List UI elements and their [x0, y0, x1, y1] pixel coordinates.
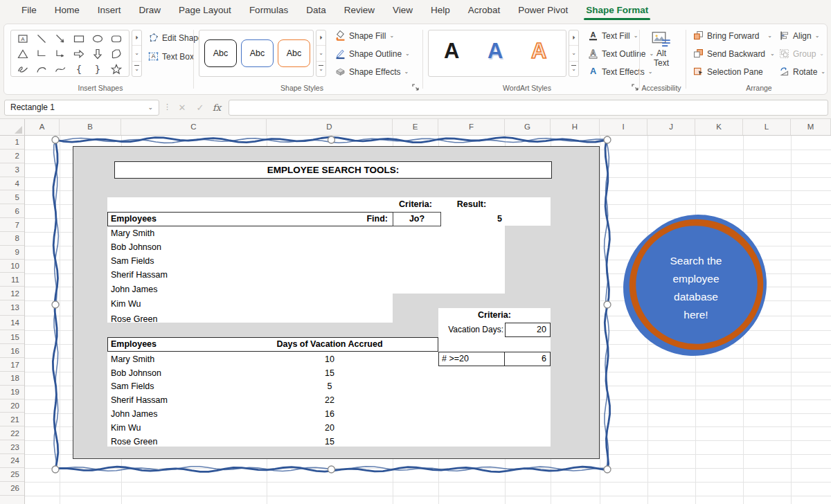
- row-header-16[interactable]: 16: [0, 344, 24, 358]
- row-header-6[interactable]: 6: [0, 204, 24, 218]
- column-header-G[interactable]: G: [505, 119, 551, 135]
- cell-grid[interactable]: EMPLOYEE SEARCH TOOLS: Criteria: Result:…: [25, 136, 831, 504]
- row-header-25[interactable]: 25: [0, 468, 24, 482]
- select-all-corner[interactable]: [0, 119, 25, 136]
- vacation-header-box[interactable]: Employees Days of Vacation Accrued: [107, 337, 438, 352]
- shape-style-gallery[interactable]: Abc Abc Abc: [199, 30, 314, 77]
- row-header-15[interactable]: 15: [0, 330, 24, 344]
- row-header-1[interactable]: 1: [0, 136, 24, 150]
- selection-handle[interactable]: [328, 466, 335, 473]
- shape-gallery-scrollbar[interactable]: ⏵ ⌄ ⌄: [132, 30, 142, 77]
- filter-criteria-cell[interactable]: # >=20: [438, 352, 506, 366]
- row-header-23[interactable]: 23: [0, 440, 24, 454]
- gallery-scroll-up-icon[interactable]: ⏵: [132, 30, 141, 46]
- selection-handle[interactable]: [52, 136, 59, 143]
- enter-icon[interactable]: ✓: [193, 100, 208, 116]
- row-header-17[interactable]: 17: [0, 358, 24, 372]
- row-header-10[interactable]: 10: [0, 260, 24, 273]
- row-header-22[interactable]: 22: [0, 426, 24, 440]
- gallery-scroll-up-icon[interactable]: ⏵: [569, 30, 578, 46]
- menu-tab-home[interactable]: Home: [46, 0, 89, 21]
- column-header-I[interactable]: I: [600, 119, 647, 135]
- shape-outline-button[interactable]: Shape Outline⌄: [334, 48, 410, 60]
- menu-tab-page-layout[interactable]: Page Layout: [170, 0, 240, 21]
- triangle-icon[interactable]: [15, 46, 30, 61]
- arrow-right-icon[interactable]: [71, 46, 86, 61]
- shape-gallery[interactable]: A{}: [10, 30, 129, 77]
- selection-pane-button[interactable]: Selection Pane: [692, 66, 763, 78]
- find-criteria-cell[interactable]: Jo?: [393, 212, 441, 226]
- row-header-26[interactable]: 26: [0, 482, 24, 496]
- rectangle-icon[interactable]: [71, 31, 86, 46]
- selection-handle[interactable]: [52, 301, 59, 308]
- selection-handle[interactable]: [52, 466, 59, 473]
- column-header-K[interactable]: K: [695, 119, 743, 135]
- wordart-scrollbar[interactable]: ⏵ ⌄ ⌄: [569, 30, 579, 77]
- group-button[interactable]: Group⌄: [778, 48, 824, 60]
- bring-forward-button[interactable]: Bring Forward⌄: [692, 30, 772, 42]
- rotate-button[interactable]: Rotate⌄: [778, 66, 825, 78]
- gallery-more-icon[interactable]: ⌄: [569, 62, 578, 76]
- line-icon[interactable]: [34, 31, 48, 46]
- column-header-J[interactable]: J: [647, 119, 695, 135]
- row-header-21[interactable]: 21: [0, 413, 24, 427]
- column-header-B[interactable]: B: [60, 119, 121, 135]
- alt-text-button[interactable]: Alt Text: [645, 30, 677, 76]
- gallery-scroll-down-icon[interactable]: ⌄: [316, 46, 325, 61]
- row-header-13[interactable]: 13: [0, 300, 24, 316]
- row-header-9[interactable]: 9: [0, 246, 24, 260]
- send-backward-button[interactable]: Send Backward⌄: [692, 48, 775, 60]
- column-header-A[interactable]: A: [25, 119, 60, 135]
- text-fill-button[interactable]: A Text Fill⌄: [587, 30, 638, 42]
- rounded-rectangle-icon[interactable]: [109, 31, 123, 46]
- row-header-12[interactable]: 12: [0, 287, 24, 300]
- menu-tab-formulas[interactable]: Formulas: [240, 0, 297, 21]
- menu-tab-power-pivot[interactable]: Power Pivot: [509, 0, 577, 21]
- row-header-20[interactable]: 20: [0, 399, 24, 413]
- column-header-M[interactable]: M: [791, 119, 831, 135]
- formula-bar-grip[interactable]: ⋮: [163, 102, 171, 111]
- shape-style-preview-orange[interactable]: Abc: [278, 39, 310, 67]
- curve-icon[interactable]: [53, 62, 67, 76]
- column-header-H[interactable]: H: [551, 119, 600, 135]
- shape-style-preview-black[interactable]: Abc: [204, 39, 237, 67]
- column-header-C[interactable]: C: [121, 119, 267, 135]
- selection-handle[interactable]: [328, 136, 335, 143]
- arrow-icon[interactable]: [53, 31, 67, 46]
- name-box-dropdown-icon[interactable]: ⌄: [148, 100, 153, 115]
- shape-styles-dialog-launcher-icon[interactable]: [411, 83, 420, 91]
- wordart-gallery[interactable]: A A A: [428, 30, 566, 77]
- column-header-E[interactable]: E: [393, 119, 438, 135]
- freeform-icon[interactable]: [109, 46, 123, 61]
- gallery-scroll-down-icon[interactable]: ⌄: [569, 46, 578, 61]
- menu-tab-view[interactable]: View: [384, 0, 422, 21]
- menu-tab-help[interactable]: Help: [422, 0, 459, 21]
- gallery-scroll-up-icon[interactable]: ⏵: [316, 30, 325, 46]
- elbow-connector-icon[interactable]: [34, 46, 48, 61]
- text-effects-button[interactable]: A Text Effects⌄: [587, 66, 653, 78]
- row-header-14[interactable]: 14: [0, 316, 24, 331]
- menu-tab-acrobat[interactable]: Acrobat: [459, 0, 510, 21]
- left-brace-icon[interactable]: {: [71, 62, 86, 76]
- text-box-icon[interactable]: A: [15, 31, 30, 46]
- star-icon[interactable]: [109, 62, 123, 76]
- elbow-arrow-connector-icon[interactable]: [53, 46, 67, 61]
- selection-handle[interactable]: [604, 301, 611, 308]
- row-header-5[interactable]: 5: [0, 190, 24, 204]
- shape-style-scrollbar[interactable]: ⏵ ⌄ ⌄: [316, 30, 326, 77]
- gallery-more-icon[interactable]: ⌄: [316, 62, 325, 76]
- row-header-11[interactable]: 11: [0, 273, 24, 287]
- find-row-box[interactable]: Employees Find:: [107, 212, 393, 226]
- filter-result-cell[interactable]: 6: [504, 352, 551, 366]
- gallery-more-icon[interactable]: ⌄: [132, 62, 141, 76]
- scribble-icon[interactable]: [15, 62, 30, 76]
- name-box[interactable]: Rectangle 1⌄: [4, 100, 159, 116]
- selection-handle[interactable]: [604, 136, 611, 143]
- row-header-2[interactable]: 2: [0, 150, 24, 163]
- arrow-down-icon[interactable]: [90, 46, 105, 61]
- selection-handle[interactable]: [604, 466, 611, 473]
- vacation-days-cell[interactable]: 20: [505, 323, 551, 337]
- row-header-18[interactable]: 18: [0, 372, 24, 386]
- menu-tab-draw[interactable]: Draw: [130, 0, 170, 21]
- column-header-F[interactable]: F: [438, 119, 505, 135]
